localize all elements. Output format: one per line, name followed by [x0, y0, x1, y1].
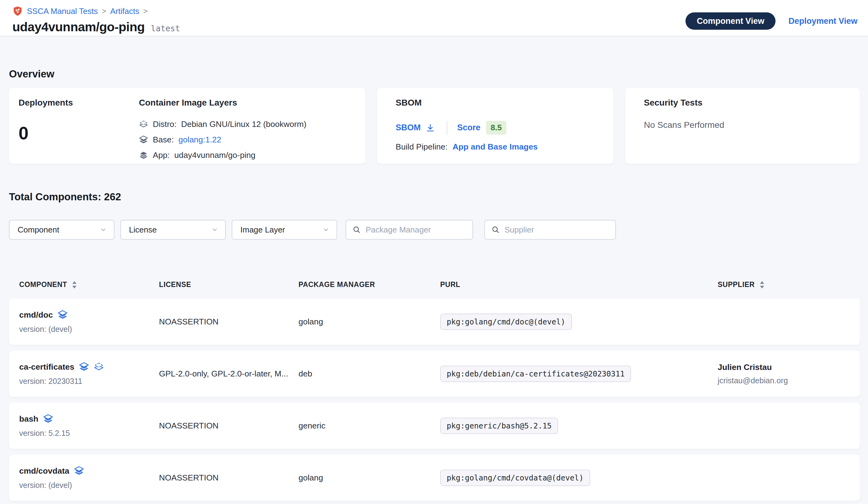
build-pipeline-link[interactable]: App and Base Images	[453, 142, 538, 152]
page-title: uday4vunnam/go-ping	[12, 20, 145, 34]
breadcrumb-link-artifacts[interactable]: Artifacts	[110, 7, 139, 16]
purl-chip[interactable]: pkg:golang/cmd/covdata@(devel)	[440, 470, 590, 486]
overview-cards: Deployments 0 Container Image Layers Dis…	[9, 88, 860, 164]
component-name: cmd/covdata	[19, 466, 69, 476]
license-cell: NOASSERTION	[159, 317, 299, 326]
package-manager-cell: generic	[299, 421, 440, 431]
search-input-supplier[interactable]	[505, 225, 609, 235]
search-input-package-manager[interactable]	[366, 225, 469, 235]
deployment-view-button[interactable]: Deployment View	[788, 17, 857, 26]
dropdown-label: Component	[18, 225, 59, 235]
column-label: PACKAGE MANAGER	[299, 281, 375, 289]
column-label: SUPPLIER	[718, 281, 755, 289]
table-row[interactable]: bash version: 5.2.15 NOASSERTION generic…	[9, 402, 860, 449]
chevron-down-icon	[100, 226, 107, 233]
sbom-card: SBOM SBOM Score 8.5 Build Pipeline: App …	[377, 88, 613, 164]
total-components-heading: Total Components: 262	[9, 191, 860, 203]
filter-dropdown-license[interactable]: License	[120, 220, 226, 240]
component-name: cmd/doc	[19, 310, 53, 320]
purl-chip[interactable]: pkg:golang/cmd/doc@(devel)	[440, 314, 572, 330]
deployments-title: Deployments	[19, 98, 139, 108]
component-view-button[interactable]: Component View	[685, 12, 775, 30]
package-manager-cell: deb	[299, 369, 440, 379]
table-row[interactable]: cmd/doc version: (devel) NOASSERTION gol…	[9, 299, 860, 345]
artifact-tag: latest	[151, 24, 180, 33]
purl-chip[interactable]: pkg:deb/debian/ca-certificates@20230311	[440, 366, 631, 382]
table-row[interactable]: cmd/covdata version: (devel) NOASSERTION…	[9, 454, 860, 501]
download-icon[interactable]	[426, 123, 435, 132]
component-cell: cmd/doc version: (devel)	[19, 310, 159, 334]
breadcrumb-separator: >	[143, 7, 147, 16]
license-cell: NOASSERTION	[159, 473, 299, 483]
view-toggle: Component View Deployment View	[685, 12, 857, 30]
layer-label: Distro:	[153, 120, 177, 129]
purl-cell: pkg:golang/cmd/doc@(devel)	[440, 314, 718, 330]
filter-dropdown-image-layer[interactable]: Image Layer	[232, 220, 337, 240]
column-label: COMPONENT	[19, 281, 67, 289]
distro-layer-icon	[94, 362, 104, 372]
chevron-down-icon	[322, 226, 330, 233]
layer-value: uday4vunnam/go-ping	[175, 150, 256, 160]
supplier-email: jcristau@debian.org	[718, 376, 850, 385]
purl-cell: pkg:deb/debian/ca-certificates@20230311	[440, 366, 718, 382]
column-header-license: LICENSE	[159, 281, 299, 289]
security-tests-card: Security Tests No Scans Performed	[625, 88, 860, 164]
component-cell: cmd/covdata version: (devel)	[19, 466, 159, 490]
component-name: bash	[19, 414, 38, 424]
table-row[interactable]: ca-certificates version: 20230311 GPL-2.…	[9, 351, 860, 397]
sbom-actions-row: SBOM Score 8.5	[396, 121, 602, 135]
dropdown-label: License	[129, 225, 157, 235]
component-cell: bash version: 5.2.15	[19, 414, 159, 438]
search-icon	[491, 225, 500, 234]
sort-icon[interactable]	[72, 281, 77, 289]
breadcrumb: SSCA Manual Tests > Artifacts >	[12, 5, 180, 17]
purl-cell: pkg:generic/bash@5.2.15	[440, 417, 718, 434]
overview-heading: Overview	[9, 68, 860, 80]
sbom-download-link[interactable]: SBOM	[396, 123, 435, 132]
sort-icon[interactable]	[760, 281, 764, 289]
component-version: version: 5.2.15	[19, 429, 159, 438]
dropdown-label: Image Layer	[240, 225, 285, 235]
search-box-supplier	[484, 220, 616, 240]
vertical-divider	[447, 121, 447, 135]
base-layer-icon	[74, 466, 84, 476]
distro-layer-icon	[139, 120, 148, 129]
supplier-name: Julien Cristau	[718, 363, 850, 372]
main-content: Overview Deployments 0 Container Image L…	[0, 68, 868, 501]
breadcrumb-link-project[interactable]: SSCA Manual Tests	[27, 7, 98, 16]
column-header-package-manager: PACKAGE MANAGER	[299, 281, 440, 289]
base-layer-icon	[58, 310, 68, 320]
layer-label: Base:	[153, 135, 174, 144]
column-label: PURL	[440, 281, 460, 289]
app-layer-icon	[139, 151, 148, 160]
purl-chip[interactable]: pkg:generic/bash@5.2.15	[440, 417, 558, 434]
chevron-down-icon	[211, 226, 218, 233]
image-layer-item: Base:golang:1.22	[139, 135, 307, 144]
component-version: version: 20230311	[19, 377, 159, 386]
security-tests-status: No Scans Performed	[644, 120, 848, 130]
column-header-component[interactable]: COMPONENT	[19, 281, 159, 289]
header-left: SSCA Manual Tests > Artifacts > uday4vun…	[12, 5, 180, 36]
deployments-and-layers-card: Deployments 0 Container Image Layers Dis…	[9, 88, 365, 164]
ssca-shield-icon	[12, 6, 23, 17]
build-pipeline-label: Build Pipeline:	[396, 142, 448, 152]
column-header-supplier[interactable]: SUPPLIER	[718, 281, 850, 289]
image-layers-title: Container Image Layers	[139, 98, 307, 108]
search-icon	[352, 225, 361, 234]
supplier-cell: Julien Cristau jcristau@debian.org	[718, 363, 850, 385]
layer-value-link[interactable]: golang:1.22	[178, 135, 221, 144]
breadcrumb-separator: >	[102, 7, 106, 16]
table-header-row: COMPONENT LICENSEPACKAGE MANAGERPURLSUPP…	[9, 276, 860, 293]
sbom-score-badge: 8.5	[486, 121, 506, 135]
component-name: ca-certificates	[19, 362, 74, 372]
title-row: uday4vunnam/go-ping latest	[12, 20, 180, 34]
package-manager-cell: golang	[299, 317, 440, 326]
license-cell: NOASSERTION	[159, 421, 299, 431]
sbom-score-label[interactable]: Score	[457, 123, 480, 132]
filter-dropdown-component[interactable]: Component	[9, 220, 114, 240]
sbom-download-label: SBOM	[396, 123, 421, 132]
sbom-card-title: SBOM	[396, 98, 602, 108]
image-layer-item: Distro:Debian GNU/Linux 12 (bookworm)	[139, 120, 307, 129]
layer-value: Debian GNU/Linux 12 (bookworm)	[181, 120, 307, 129]
component-version: version: (devel)	[19, 325, 159, 334]
